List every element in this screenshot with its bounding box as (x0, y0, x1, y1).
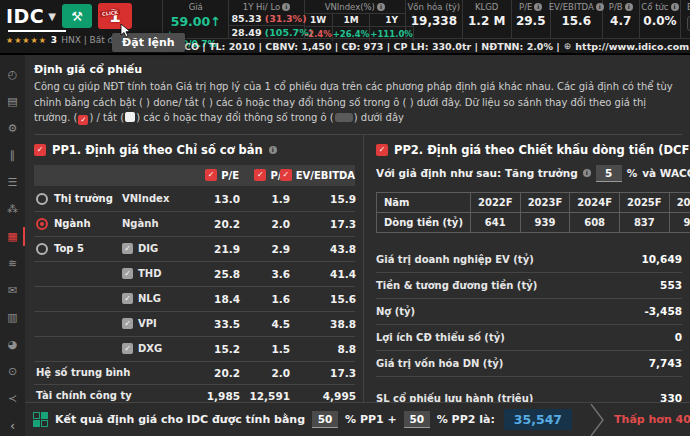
result-label: Lợi ích CĐ thiểu số (tỷ) (376, 332, 505, 343)
chevron-down-icon[interactable]: ▼ (48, 11, 56, 22)
stat-column: P/Ei 29.5 (512, 0, 551, 38)
peer-checkbox[interactable]: ✓ (122, 268, 133, 279)
result-label: Giá trị doanh nghiệp EV (tỷ) (376, 254, 534, 265)
result-value: 553 (660, 279, 682, 291)
stat-value: 0.0% (643, 14, 676, 28)
result-text: % PP2 là: (437, 413, 495, 426)
valuation-result-bar: Kết quả định giá cho IDC được tính bằng … (25, 402, 690, 436)
evebitda-value: 43.8 (290, 243, 356, 255)
comparison-note: Thấp hơn 40% so với thị giá (614, 413, 690, 426)
summary-value: 17.3 (330, 367, 356, 379)
group-radio[interactable] (36, 218, 48, 230)
pie-chart-icon[interactable]: ◕ (0, 331, 25, 358)
pp2-weight-input[interactable]: 50 (404, 411, 430, 428)
ticker-block: IDC ▼ ⚒ 1 CLICK ★★★★★ 3 HNX | Bất động s… (0, 0, 163, 53)
pe-value: 25.8 (184, 268, 240, 280)
stat-column: EV/EBITDAi 15.6 (551, 0, 603, 38)
checkbox-checked-icon: ✓ (78, 115, 88, 125)
evebitda-value: 8.8 (290, 343, 356, 355)
rating-count: 3 (51, 35, 57, 45)
ledger-icon[interactable]: ▥ (0, 304, 25, 331)
pp2-enabled-checkbox[interactable]: ✓ (376, 144, 388, 156)
rating-stars-icon[interactable]: ★★★★★ (6, 36, 47, 45)
pe-column-checkbox[interactable]: ✓ (205, 169, 217, 181)
summary-value: 2.0 (271, 367, 290, 379)
pp1-table-row: Top 5 ✓ DIG 21.9 2.9 43.8 (34, 237, 355, 262)
collapse-sidebar-chevron[interactable]: ‹ (0, 412, 25, 436)
share-icon[interactable]: ≺ (0, 385, 25, 412)
summary-value: 20.2 (214, 367, 240, 379)
evebitda-column-checkbox[interactable]: ✓ (280, 169, 292, 181)
info-icon[interactable]: i (377, 3, 385, 11)
up-arrow-icon: ↑ (210, 14, 220, 29)
column-header: P/E (221, 170, 239, 181)
snapshot-icon[interactable]: ⊙ (0, 358, 25, 385)
stat-column: Vốn hóa (tỷ) 19,338 (406, 0, 463, 38)
place-order-button[interactable]: ⚒ (62, 4, 92, 28)
coins-icon[interactable]: ☰ (0, 169, 25, 196)
stat-label: VNIndex(%) (325, 2, 375, 12)
result-grid-icon (33, 412, 48, 427)
year-header: Năm (377, 192, 471, 212)
dashboard-icon[interactable]: ◴ (0, 61, 25, 88)
cashflow-table: Năm 2022F2023F2024F2025F2026F Dòng tiền … (376, 192, 690, 233)
pp2-result-row: Tiền & tương đương tiền (tỷ) 553 (376, 273, 682, 299)
candlestick-chart-icon[interactable]: ∥ (0, 142, 25, 169)
stat-label: EV/EBITDA (549, 2, 594, 12)
info-icon[interactable]: i (625, 3, 633, 11)
pp1-weight-input[interactable]: 50 (312, 411, 338, 428)
cashflow-value-row: Dòng tiền (tỷ) 641939608837921 ✎ (377, 212, 690, 232)
result-value: 0 (675, 331, 682, 343)
year-cell: 2024F (570, 192, 620, 212)
stat-column: P/Bi 4.7 (603, 0, 640, 38)
cashflow-value: 939 (520, 212, 570, 232)
evebitda-value: 17.3 (290, 218, 356, 230)
stat-value: 4.7 (610, 14, 631, 28)
cashflow-value: 608 (570, 212, 620, 232)
pb-column-checkbox[interactable]: ✓ (254, 169, 266, 181)
pp2-panel: ✓ PP2. Định giá theo Chiết khấu dòng tiề… (364, 135, 682, 431)
ticker-underline (8, 30, 66, 32)
evebitda-value: 15.6 (290, 293, 356, 305)
company-info-row: IDICO | TL: 2010 | CBNV: 1,450 | CĐ: 973… (163, 38, 690, 53)
info-icon[interactable]: i (269, 146, 277, 154)
company-website-link[interactable]: http://www.idico.com.vn (575, 41, 690, 52)
peer-checkbox[interactable]: ✓ (122, 318, 133, 329)
stat-label: KLGD (475, 2, 498, 12)
pb-value: 2.0 (240, 218, 290, 230)
group-radio[interactable] (36, 193, 48, 205)
info-icon[interactable]: i (671, 3, 679, 11)
valuation-result-value: 35,547 (504, 409, 572, 430)
result-text: % PP1 + (345, 413, 397, 426)
growth-rate-input[interactable]: 5 (596, 165, 622, 182)
stat-label: Vốn hóa (tỷ) (408, 2, 461, 12)
pb-value: 1.9 (240, 193, 290, 205)
info-icon[interactable]: i (282, 3, 290, 11)
settings-gear-icon[interactable]: ⚙ (0, 115, 25, 142)
valuation-grid-icon[interactable]: ▦ (0, 223, 25, 250)
group-radio[interactable] (36, 243, 48, 255)
pp2-title: PP2. Định giá theo Chiết khấu dòng tiền … (394, 143, 690, 157)
group-label: Ngành (54, 218, 91, 229)
info-icon[interactable]: i (534, 3, 542, 11)
summary-label: Tài chính công ty (34, 390, 184, 401)
news-feed-icon[interactable]: ≋ (0, 250, 25, 277)
pe-value: 13.0 (184, 193, 240, 205)
checkbox-empty-icon (125, 112, 135, 122)
comments-icon[interactable]: ✉ (0, 277, 25, 304)
analytics-icon[interactable]: ▤ (0, 88, 25, 115)
pp1-enabled-checkbox[interactable]: ✓ (34, 144, 46, 156)
peer-checkbox[interactable]: ✓ (122, 243, 133, 254)
pp1-table-row: ✓ NLG 18.4 1.6 15.6 (34, 287, 355, 312)
cashflow-year-row: Năm 2022F2023F2024F2025F2026F (377, 192, 690, 212)
ticker-symbol[interactable]: IDC (6, 5, 44, 27)
info-icon[interactable]: i (583, 169, 591, 177)
stat-vnindex: VNIndex(%)i 1W -2.4% 1M +26.4% (305, 0, 406, 38)
pp1-title: PP1. Định giá theo Chỉ số cơ bản (52, 143, 263, 157)
pp2-result-row: Giá trị doanh nghiệp EV (tỷ) 10,649 (376, 247, 682, 273)
peer-checkbox[interactable]: ✓ (122, 343, 133, 354)
result-text: Kết quả định giá cho IDC được tính bằng (55, 413, 305, 426)
peer-checkbox[interactable]: ✓ (122, 293, 133, 304)
stat-label: 1Y Hi/ Lo (243, 2, 280, 12)
org-structure-icon[interactable]: ⁂ (0, 196, 25, 223)
